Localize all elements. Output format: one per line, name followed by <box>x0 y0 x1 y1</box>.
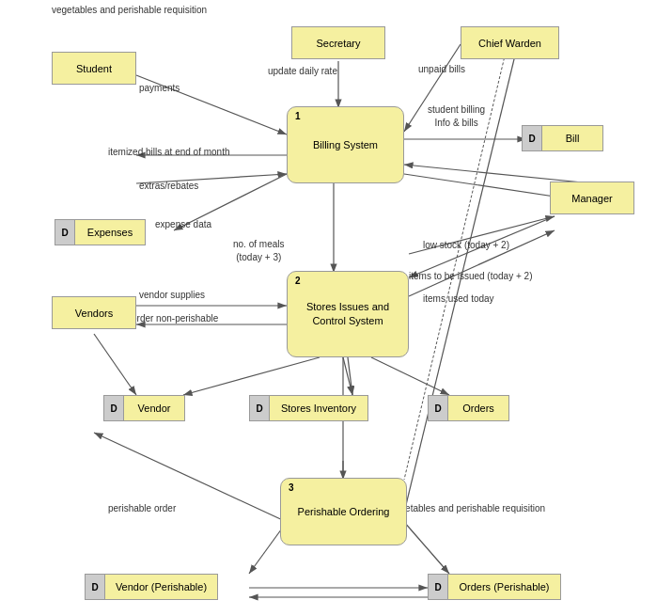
datastore-bill: D Bill <box>522 125 603 151</box>
svg-line-20 <box>371 357 449 395</box>
datastore-d-vendor: D <box>103 395 124 421</box>
datastore-expenses: D Expenses <box>55 219 146 245</box>
svg-line-17 <box>183 357 320 395</box>
process-number-1: 1 <box>295 111 301 121</box>
datastore-d-orders-per: D <box>428 574 448 600</box>
datastore-vendor: D Vendor <box>103 395 185 421</box>
datastore-label-expenses: Expenses <box>75 219 146 245</box>
datastore-label-vendor: Vendor <box>124 395 185 421</box>
label-itemized-bills: itemized bills at end of month <box>108 147 230 157</box>
datastore-vendor-per: D Vendor (Perishable) <box>85 574 218 600</box>
label-veg-req-bottom: vegetables and perishable requisition <box>390 503 545 513</box>
datastore-d-stores-inv: D <box>249 395 270 421</box>
datastore-label-stores-inv: Stores Inventory <box>270 395 368 421</box>
label-expense-data: expense data <box>155 219 211 229</box>
svg-line-18 <box>343 357 352 395</box>
svg-line-25 <box>404 522 449 574</box>
label-items-used: items used today <box>423 293 494 304</box>
label-items-issued: items to be issued (today + 2) <box>409 271 532 281</box>
process-number-3: 3 <box>289 482 294 493</box>
label-no-meals: no. of meals(today + 3) <box>233 238 284 264</box>
datastore-label-orders-per: Orders (Perishable) <box>448 574 561 600</box>
label-perishable-order: perishable order <box>108 503 176 513</box>
datastore-d-bill: D <box>522 125 542 151</box>
label-extras-rebates: extras/rebates <box>139 181 198 191</box>
datastore-orders: D Orders <box>428 395 509 421</box>
label-veg-req-top: vegetables and perishable requisition <box>52 5 207 15</box>
svg-line-21 <box>94 334 136 395</box>
datastore-d-expenses: D <box>55 219 75 245</box>
label-low-stock: low stock (today + 2) <box>423 240 509 250</box>
label-student-billing: student billingInfo & bills <box>428 103 485 130</box>
entity-chief-warden: Chief Warden <box>461 26 559 59</box>
label-update-daily: update daily rate <box>268 66 337 76</box>
process-stores: 2 Stores Issues and Control System <box>287 271 409 357</box>
process-number-2: 2 <box>295 276 301 286</box>
entity-secretary: Secretary <box>291 26 385 59</box>
datastore-label-orders: Orders <box>448 395 509 421</box>
label-payments: payments <box>139 83 180 93</box>
datastore-d-vendor-per: D <box>85 574 105 600</box>
datastore-orders-per: D Orders (Perishable) <box>428 574 561 600</box>
label-unpaid-bills: unpaid bills <box>418 64 465 74</box>
process-billing: 1 Billing System <box>287 106 404 183</box>
datastore-label-vendor-per: Vendor (Perishable) <box>105 574 218 600</box>
datastore-stores-inv: D Stores Inventory <box>249 395 368 421</box>
datastore-label-bill: Bill <box>542 125 603 151</box>
diagram-container: vegetables and perishable requisition pa… <box>0 0 672 616</box>
process-perishable: 3 Perishable Ordering <box>280 478 407 545</box>
label-order-nonper: order non-perishable <box>132 313 218 324</box>
svg-line-8 <box>404 165 592 183</box>
datastore-d-orders: D <box>428 395 448 421</box>
svg-line-19 <box>348 357 352 395</box>
entity-student: Student <box>52 52 136 85</box>
label-vendor-supplies: vendor supplies <box>139 290 205 300</box>
entity-vendors: Vendors <box>52 296 136 329</box>
entity-manager: Manager <box>550 182 634 214</box>
